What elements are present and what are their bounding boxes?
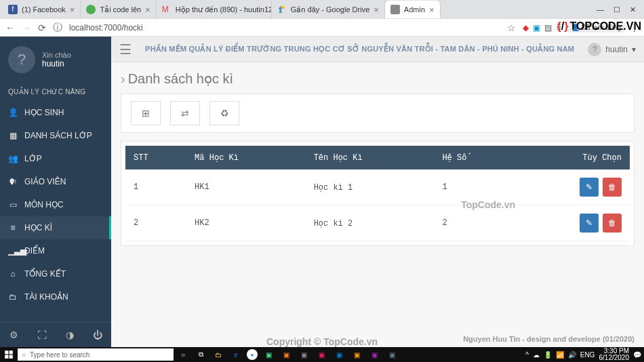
reload-button[interactable]: ⟳ [38,22,46,33]
ide-icon[interactable]: ▣ [262,348,275,361]
browser-address-bar: ← → ⟳ ⓘ localhost:7000/hocki ☆ ◆ ▣ ▤ ⠿ 👤… [0,19,644,37]
account-icon: 🗀 [8,292,18,302]
start-button[interactable] [3,348,15,361]
extension-icon[interactable]: ▤ [544,23,552,33]
sidebar-item-giao-vien[interactable]: 🗣GIÁO VIÊN [0,170,111,193]
cloud-icon[interactable]: ☁ [533,351,540,359]
topbar-user-menu[interactable]: ? huutin ▾ [588,43,636,56]
watermark-bottom: Copyright © TopCode.vn [266,336,378,347]
lang-indicator[interactable]: ENG [580,351,595,359]
sidebar-item-label: HỌC KÌ [24,223,52,233]
browser-tab[interactable]: M Hộp thư đến (890) - huutin12... × [157,1,272,18]
edit-button[interactable]: ✎ [580,214,599,233]
window-controls: — ☐ ✕ [597,5,641,14]
taskview-icon[interactable]: ⧉ [194,348,207,361]
refresh-button[interactable]: ⇄ [170,101,200,125]
cell-stt: 1 [125,169,186,205]
edit-button[interactable]: ✎ [580,178,599,197]
data-table: STT Mã Học Kì Tên Học Kì Hệ Số Tùy Chọn … [125,146,630,241]
settings-button[interactable]: ⚙ [0,323,28,347]
search-placeholder: Type here to search [30,351,89,359]
hamburger-icon[interactable]: ☰ [119,41,132,58]
sidebar-item-tong-ket[interactable]: ⌂TỔNG KẾT [0,262,111,285]
url-field[interactable]: localhost:7000/hocki [69,23,500,33]
sidebar-item-diem[interactable]: ▁▃▅ĐIỂM [0,239,111,262]
taskbar-search[interactable]: ○ Type here to search [18,348,174,361]
sidebar-item-hoc-ki[interactable]: ≡HỌC KÌ [0,216,111,239]
back-button[interactable]: ← [5,22,15,33]
tab-label: (1) Facebook [22,5,66,14]
minimize-button[interactable]: — [597,5,604,14]
fullscreen-button[interactable]: ⛶ [28,323,56,347]
logout-button[interactable]: ⏻ [83,323,111,347]
file-explorer-icon[interactable]: 🗀 [212,348,225,361]
info-icon[interactable]: ⓘ [53,22,62,34]
sidebar: ? Xin chào huutin QUẢN LÝ CHỨC NĂNG 👤HỌC… [0,37,111,347]
windows-taskbar: ○ Type here to search ○ ⧉ 🗀 e ● ▣ ▣ ▣ ▣ … [0,347,644,362]
tray-up-icon[interactable]: ^ [525,351,529,359]
theme-button[interactable]: ◑ [56,323,83,347]
recycle-icon: ♻ [220,108,229,119]
row-actions: ✎ 🗑 [523,178,622,197]
star-icon[interactable]: ☆ [507,22,516,33]
browser-tab-active[interactable]: Admin × [385,1,441,18]
volume-icon[interactable]: 🔊 [568,351,576,359]
clock[interactable]: 3:30 PM 6/12/2020 [599,348,630,361]
page-title: ›Danh sách học kì [121,71,635,87]
close-icon[interactable]: × [374,5,379,15]
chrome-icon[interactable]: ● [247,349,258,360]
terminal-icon[interactable]: ▣ [297,348,310,361]
sublime-icon[interactable]: ▣ [350,348,363,361]
user-avatar-icon: ? [588,43,601,56]
col-heso: Hệ Số [434,146,515,169]
sidebar-item-label: DANH SÁCH LỚP [24,131,92,140]
chevron-right-icon: › [121,71,125,86]
battery-icon[interactable]: 🔋 [544,351,552,359]
add-button[interactable]: ⊞ [131,101,161,125]
cell-stt: 2 [125,205,186,241]
close-icon[interactable]: × [145,5,150,15]
extension-icon[interactable]: ▣ [533,23,540,33]
col-actions: Tùy Chọn [515,146,630,169]
pencil-icon: ✎ [586,182,592,192]
close-icon[interactable]: × [429,5,435,15]
extension-icon[interactable]: ◆ [523,23,529,33]
xampp-icon[interactable]: ▣ [279,348,293,361]
sidebar-footer: ⚙ ⛶ ◑ ⏻ [0,322,111,347]
browser-tab[interactable]: f (1) Facebook × [3,1,81,18]
notifications-icon[interactable]: 💬 [633,351,641,359]
app-icon[interactable]: ▣ [367,348,381,361]
app-icon[interactable]: ▣ [385,348,399,361]
sidebar-item-label: GIÁO VIÊN [24,177,66,186]
sidebar-item-label: LỚP [24,154,42,163]
browser-tab[interactable]: Gần đây - Google Drive × [272,1,385,18]
cell-ma: HK2 [186,205,306,241]
list-icon: ▦ [8,131,18,140]
forward-button[interactable]: → [22,22,31,33]
greeting: Xin chào [42,51,71,59]
browser-tab[interactable]: Tải code lên × [81,1,156,18]
wifi-icon[interactable]: 📶 [556,351,564,359]
svg-rect-2 [5,355,8,359]
facebook-icon: f [8,5,18,14]
sidebar-item-danh-sach-lop[interactable]: ▦DANH SÁCH LỚP [0,124,111,147]
close-icon[interactable]: × [70,5,75,15]
reset-button[interactable]: ♻ [209,101,239,125]
edge-icon[interactable]: e [229,348,243,361]
shuffle-icon: ⇄ [181,108,189,119]
maximize-button[interactable]: ☐ [613,5,620,14]
close-button[interactable]: ✕ [630,5,636,14]
sidebar-item-hoc-sinh[interactable]: 👤HỌC SINH [0,101,111,124]
cortana-icon[interactable]: ○ [176,348,190,361]
site-icon [86,5,96,14]
delete-button[interactable]: 🗑 [603,214,622,233]
sidebar-item-mon-hoc[interactable]: ▭MÔN HỌC [0,193,111,216]
app-icon[interactable]: ▣ [315,348,328,361]
user-icon: 👤 [8,108,18,117]
vscode-icon[interactable]: ▣ [332,348,346,361]
calendar-icon: ≡ [8,223,18,233]
sidebar-item-lop[interactable]: 👥LỚP [0,147,111,170]
sidebar-item-tai-khoan[interactable]: 🗀TÀI KHOẢN [0,285,111,308]
cell-ten: Học kì 1 [306,169,435,205]
delete-button[interactable]: 🗑 [603,178,622,197]
